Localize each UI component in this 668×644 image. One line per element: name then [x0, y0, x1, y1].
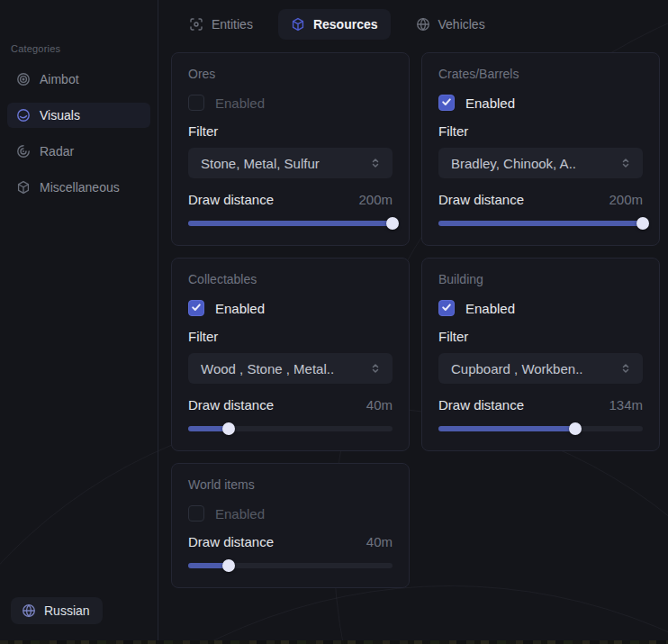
filter-select[interactable]: Bradley, Chinook, A..	[438, 148, 643, 178]
draw-distance-row: Draw distance200m	[188, 192, 393, 207]
check-icon	[191, 505, 202, 522]
draw-distance-slider[interactable]	[438, 422, 643, 435]
sidebar-item-label: Aimbot	[40, 72, 79, 86]
enabled-checkbox-row[interactable]: Enabled	[438, 300, 643, 316]
tab-label: Vehicles	[438, 17, 485, 32]
sidebar-item-list: AimbotVisualsRadarMiscellaneous	[0, 67, 158, 211]
checkbox[interactable]	[188, 300, 204, 316]
draw-distance-slider[interactable]	[438, 217, 643, 230]
filter-select-value: Wood , Stone , Metal..	[201, 361, 334, 376]
card-collectables: CollectablesEnabledFilterWood , Stone , …	[171, 258, 410, 451]
chevron-updown-icon	[369, 157, 382, 169]
draw-distance-label: Draw distance	[188, 534, 274, 549]
sidebar-item-miscellaneous[interactable]: Miscellaneous	[7, 175, 150, 200]
app-window: Categories AimbotVisualsRadarMiscellaneo…	[0, 0, 668, 644]
card-crates-barrels: Crates/BarrelsEnabledFilterBradley, Chin…	[421, 52, 660, 246]
check-icon	[191, 95, 202, 111]
filter-label: Filter	[438, 123, 643, 139]
filter-label: Filter	[188, 123, 393, 139]
sidebar-item-visuals[interactable]: Visuals	[7, 103, 150, 128]
language-button-container: Russian	[0, 597, 158, 644]
enabled-checkbox-row[interactable]: Enabled	[188, 300, 393, 316]
box-icon	[291, 17, 305, 32]
enabled-checkbox-row[interactable]: Enabled	[188, 505, 393, 522]
card-building: BuildingEnabledFilterCupboard , Workben.…	[421, 258, 660, 451]
sidebar: Categories AimbotVisualsRadarMiscellaneo…	[0, 0, 158, 644]
draw-distance-value: 200m	[609, 192, 643, 207]
filter-select[interactable]: Cupboard , Workben..	[438, 353, 643, 384]
eye-icon	[16, 108, 31, 122]
card-grid: OresEnabledFilterStone, Metal, SulfurDra…	[171, 52, 660, 588]
draw-distance-label: Draw distance	[438, 192, 524, 207]
enabled-label: Enabled	[465, 301, 515, 316]
slider-thumb[interactable]	[569, 422, 582, 435]
target-icon	[16, 72, 31, 86]
checkbox[interactable]	[438, 300, 455, 316]
draw-distance-row: Draw distance40m	[188, 534, 393, 549]
filter-select[interactable]: Wood , Stone , Metal..	[188, 353, 393, 384]
sidebar-item-radar[interactable]: Radar	[7, 139, 150, 164]
filter-select-value: Stone, Metal, Sulfur	[201, 156, 320, 171]
categories-section-label: Categories	[0, 43, 158, 54]
tab-label: Resources	[313, 17, 378, 32]
checkbox[interactable]	[188, 95, 204, 111]
draw-distance-slider[interactable]	[188, 217, 393, 230]
language-button-label: Russian	[44, 603, 90, 618]
game-background-sliver	[0, 640, 668, 644]
filter-select[interactable]: Stone, Metal, Sulfur	[188, 148, 393, 178]
main-content: EntitiesResourcesVehicles OresEnabledFil…	[158, 0, 668, 644]
sidebar-item-aimbot[interactable]: Aimbot	[7, 67, 150, 92]
checkbox[interactable]	[188, 505, 204, 522]
language-button[interactable]: Russian	[11, 597, 103, 624]
enabled-label: Enabled	[215, 506, 265, 522]
globe-icon	[22, 603, 36, 618]
card-title: Crates/Barrels	[438, 67, 643, 81]
card-title: World items	[188, 477, 393, 492]
chevron-updown-icon	[369, 362, 382, 375]
chevron-updown-icon	[619, 157, 632, 169]
sidebar-item-label: Miscellaneous	[40, 180, 120, 195]
filter-select-value: Bradley, Chinook, A..	[451, 156, 576, 171]
chevron-updown-icon	[619, 362, 632, 375]
tab-entities[interactable]: Entities	[176, 9, 266, 40]
slider-fill	[438, 221, 643, 226]
draw-distance-value: 40m	[366, 397, 393, 413]
draw-distance-label: Draw distance	[188, 397, 274, 413]
slider-fill	[188, 221, 393, 226]
draw-distance-value: 134m	[609, 397, 643, 413]
slider-thumb[interactable]	[636, 217, 649, 230]
slider-thumb[interactable]	[386, 217, 399, 230]
card-world-items: World itemsEnabledDraw distance40m	[171, 463, 410, 588]
filter-label: Filter	[438, 329, 643, 344]
draw-distance-value: 200m	[358, 192, 393, 207]
draw-distance-slider[interactable]	[188, 559, 393, 572]
scan-icon	[189, 17, 203, 32]
filter-select-value: Cupboard , Workben..	[451, 361, 582, 376]
globe-icon	[416, 17, 430, 32]
radar-icon	[16, 144, 31, 159]
check-icon	[441, 300, 452, 316]
slider-thumb[interactable]	[222, 422, 235, 435]
draw-distance-value: 40m	[366, 534, 393, 549]
filter-label: Filter	[188, 329, 393, 344]
checkbox[interactable]	[438, 95, 455, 111]
tab-label: Entities	[212, 17, 253, 32]
card-title: Collectables	[188, 272, 393, 286]
sidebar-item-label: Visuals	[40, 108, 80, 122]
draw-distance-slider[interactable]	[188, 422, 393, 435]
sidebar-item-label: Radar	[40, 144, 74, 159]
card-title: Ores	[188, 67, 393, 81]
slider-fill	[438, 426, 575, 431]
tab-resources[interactable]: Resources	[278, 9, 391, 40]
enabled-checkbox-row[interactable]: Enabled	[438, 95, 643, 111]
enabled-label: Enabled	[465, 95, 515, 111]
card-title: Building	[438, 272, 643, 286]
enabled-label: Enabled	[215, 95, 265, 111]
card-ores: OresEnabledFilterStone, Metal, SulfurDra…	[171, 52, 410, 246]
check-icon	[191, 300, 202, 316]
slider-thumb[interactable]	[222, 559, 235, 572]
enabled-checkbox-row[interactable]: Enabled	[188, 95, 393, 111]
draw-distance-row: Draw distance40m	[188, 397, 393, 413]
draw-distance-label: Draw distance	[188, 192, 274, 207]
tab-vehicles[interactable]: Vehicles	[403, 9, 498, 40]
